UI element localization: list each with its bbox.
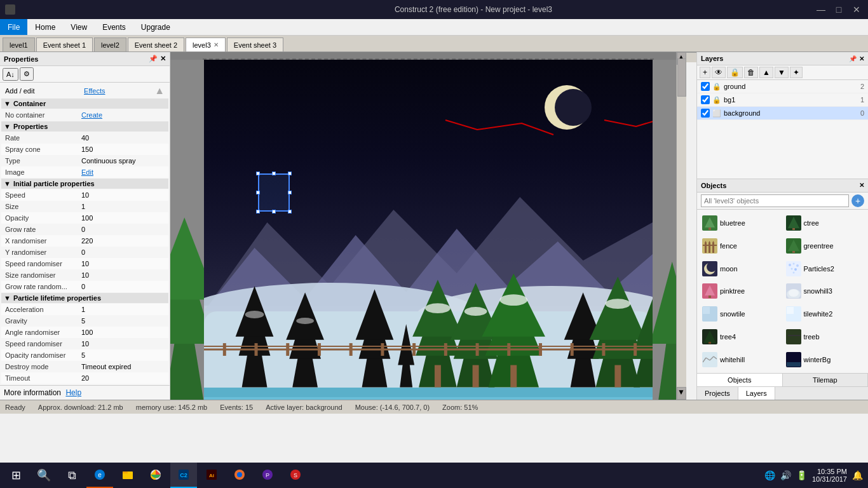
handle-mr[interactable] [288,191,292,194]
tab-event-sheet-1[interactable]: Event sheet 1 [36,37,93,51]
tab-objects[interactable]: Objects [697,374,783,386]
layer-background[interactable]: ⬜ background 0 [697,107,868,120]
canvas-area[interactable]: ▲ ▼ [170,52,686,400]
menu-home[interactable]: Home [27,19,63,35]
selection-box[interactable] [258,173,290,212]
handle-tl[interactable] [256,172,260,175]
search-button[interactable]: 🔍 [31,463,57,488]
initial-particle-section[interactable]: ▼ Initial particle properties [1,179,168,189]
taskbar-firefox[interactable] [226,463,253,488]
props-sort-az[interactable]: A↓ [3,68,18,81]
move-up-btn[interactable]: ▲ [759,67,773,78]
props-pin-icon[interactable]: 📌 [149,55,158,63]
obj-winterbg[interactable]: winterBg [783,349,866,370]
taskbar-construct[interactable]: C2 [170,463,197,488]
vertical-scrollbar[interactable]: ▲ ▼ [676,52,686,400]
lifetime-section[interactable]: ▼ Particle lifetime properties [1,293,168,303]
handle-ml[interactable] [256,191,260,194]
obj-snowhill3[interactable]: snowhill3 [783,281,866,302]
taskbar-apps: e C2 Ai P S [86,463,309,488]
effects-layer-btn[interactable]: ✦ [790,67,803,78]
layer-bg-vis[interactable] [701,109,710,118]
menu-events[interactable]: Events [95,19,133,35]
handle-bc[interactable] [272,210,276,214]
obj-whitehill[interactable]: whitehill [700,349,782,370]
layer-ground[interactable]: 🔒 ground 2 [697,80,868,93]
lock-icon-btn[interactable]: 🔒 [727,67,743,78]
effects-link[interactable]: Effects [84,87,105,95]
layers-pin-icon[interactable]: 📌 [849,55,857,62]
svg-rect-55 [571,343,574,356]
menu-file[interactable]: File [0,19,27,35]
create-link[interactable]: Create [81,111,102,119]
tab-tilemap[interactable]: Tilemap [783,374,869,386]
obj-pinktree[interactable]: pinktree [700,281,782,302]
fence-icon [702,238,717,254]
add-layer-btn[interactable]: + [700,67,710,78]
notification-icon[interactable]: 🔔 [852,470,863,480]
obj-ctree[interactable]: ctree [783,212,866,234]
tab-layers[interactable]: Layers [738,387,775,400]
move-down-btn[interactable]: ▼ [775,67,789,78]
menu-upgrade[interactable]: Upgrade [133,19,178,35]
maximize-button[interactable]: □ [832,3,845,16]
layers-close-icon[interactable]: ✕ [859,55,864,62]
taskbar-chrome[interactable] [142,463,169,488]
objects-search-input[interactable] [701,194,849,207]
tab-event-sheet-3[interactable]: Event sheet 3 [227,37,283,51]
scroll-down-button[interactable]: ▼ [677,387,686,400]
eye-icon-btn[interactable]: 👁 [712,67,726,78]
taskbar-illustrator[interactable]: Ai [198,463,225,488]
close-button[interactable]: ✕ [850,3,863,16]
add-object-btn[interactable]: + [851,194,864,207]
handle-tr[interactable] [288,172,292,175]
props-sort-icon[interactable]: ⚙ [20,67,34,81]
vscroll-thumb[interactable] [677,58,686,97]
task-view-button[interactable]: ⧉ [58,463,85,488]
scroll-up-icon[interactable]: ▲ [154,85,165,97]
status-memory: memory use: 145.2 mb [136,403,208,411]
tab-projects[interactable]: Projects [697,387,738,400]
taskbar-app7[interactable]: P [254,463,281,488]
taskbar-app8[interactable]: S [282,463,309,488]
canvas-wrapper: ▲ ▼ [170,52,696,400]
obj-treeb[interactable]: treeb [783,326,866,348]
obj-bluetree[interactable]: bluetree [700,212,782,234]
layer-bg1[interactable]: 🔒 bg1 1 [697,93,868,107]
delete-layer-btn[interactable]: 🗑 [744,67,758,78]
obj-snowtile[interactable]: snowtile [700,303,782,325]
opacity-label: Opacity [5,214,81,222]
layer-ground-vis[interactable] [701,82,710,91]
obj-greentree[interactable]: greentree [783,235,866,257]
obj-tilewhite2[interactable]: tilewhite2 [783,303,866,325]
handle-tc[interactable] [272,172,276,175]
handle-br[interactable] [288,210,292,214]
taskbar-ie[interactable]: e [86,463,113,488]
layer-bg1-vis[interactable] [701,95,710,104]
properties-section-header[interactable]: ▼ Properties [1,121,168,132]
obj-moon[interactable]: moon [700,258,782,280]
svg-rect-86 [709,295,711,298]
obj-particles2[interactable]: Particles2 [783,258,866,280]
tab-close-icon[interactable]: ✕ [214,41,219,48]
handle-bl[interactable] [256,210,260,214]
battery-icon[interactable]: 🔋 [796,470,807,480]
tab-level1[interactable]: level1 [3,37,35,51]
props-close-icon[interactable]: ✕ [160,55,166,63]
menu-view[interactable]: View [63,19,95,35]
taskbar-fileexp[interactable] [114,463,141,488]
objects-close-icon[interactable]: ✕ [859,182,864,189]
image-edit-link[interactable]: Edit [81,168,93,176]
container-section[interactable]: ▼ Container [1,98,168,109]
obj-tree4[interactable]: tree4 [700,326,782,348]
obj-fence[interactable]: fence [700,235,782,257]
network-icon[interactable]: 🌐 [764,470,775,480]
start-button[interactable]: ⊞ [3,463,29,488]
tab-level3[interactable]: level3✕ [186,37,226,51]
minimize-button[interactable]: — [815,3,827,16]
clock[interactable]: 10:35 PM 10/31/2017 [812,468,847,483]
tab-level2[interactable]: level2 [94,37,126,51]
help-link[interactable]: Help [65,388,81,397]
volume-icon[interactable]: 🔊 [780,470,791,480]
tab-event-sheet-2[interactable]: Event sheet 2 [128,37,184,51]
